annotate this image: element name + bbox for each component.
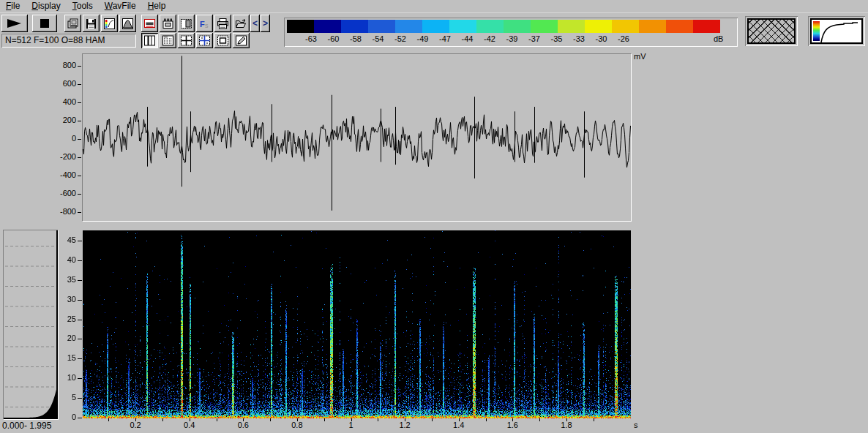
palette-scale-button[interactable] bbox=[101, 15, 118, 32]
spectrogram-x-tick-label: 1.8 bbox=[561, 421, 572, 430]
cascade-windows-button[interactable] bbox=[64, 15, 81, 32]
stop-icon bbox=[38, 17, 51, 30]
sample-rate-button[interactable]: Fs bbox=[196, 15, 213, 32]
waveform-canvas[interactable] bbox=[83, 54, 631, 221]
cascade-windows-icon bbox=[67, 18, 79, 30]
spectrogram-y-tick-label: 0 bbox=[47, 413, 76, 422]
palette-transfer-box[interactable] bbox=[808, 16, 865, 46]
spectrum-comb-button[interactable] bbox=[160, 15, 176, 32]
colorbar-segment bbox=[558, 20, 585, 33]
spectrogram-x-tick-label: 1.4 bbox=[453, 421, 464, 430]
tick-mark bbox=[324, 418, 325, 421]
next-button[interactable]: > bbox=[261, 15, 270, 32]
save-icon bbox=[85, 18, 97, 30]
colorbar-segment bbox=[341, 20, 368, 33]
spectrogram-panel bbox=[83, 230, 631, 418]
spectrogram-y-tick-label: 10 bbox=[47, 373, 76, 383]
spectrogram-x-tick-label: 1 bbox=[348, 421, 353, 430]
tick-mark bbox=[78, 194, 81, 195]
seconds-unit-label: s bbox=[634, 421, 638, 429]
menu-item-file[interactable]: File bbox=[0, 0, 26, 12]
colorbar-tick-label: -37 bbox=[528, 34, 540, 43]
tick-mark bbox=[78, 320, 82, 320]
view-quad-button[interactable] bbox=[178, 33, 195, 48]
grid-vertical-icon bbox=[143, 34, 156, 47]
tick-mark bbox=[539, 418, 540, 421]
tick-mark bbox=[217, 418, 217, 421]
scan-display-button[interactable] bbox=[141, 15, 158, 32]
tick-mark bbox=[78, 358, 82, 359]
transfer-curve-area bbox=[812, 20, 861, 42]
tick-mark bbox=[78, 176, 81, 176]
colorbar-segment bbox=[368, 20, 395, 33]
colorbar-segment bbox=[612, 20, 639, 33]
status-display: N=512 F=100 O=88 HAM bbox=[1, 34, 136, 48]
view-horizontal-grid-button[interactable] bbox=[160, 33, 176, 48]
waveform-y-tick-label: -200 bbox=[47, 152, 76, 162]
colorbar-segment bbox=[639, 20, 666, 33]
fs-icon: Fs bbox=[198, 18, 211, 30]
edit-annotations-button[interactable] bbox=[233, 33, 250, 48]
spectrogram-canvas[interactable] bbox=[83, 230, 631, 418]
play-icon bbox=[5, 17, 24, 30]
tick-mark bbox=[78, 139, 81, 140]
spectrogram-y-tick-label: 40 bbox=[47, 255, 76, 265]
grid-box-icon bbox=[217, 34, 229, 47]
menu-item-display[interactable]: Display bbox=[26, 0, 66, 12]
spectrogram-x-tick-label: 0.8 bbox=[291, 421, 302, 430]
spectrogram-x-tick-label: 0.4 bbox=[184, 421, 195, 430]
waveform-y-tick-label: 800 bbox=[47, 61, 76, 70]
spectrogram-x-tick-label: 0.2 bbox=[130, 421, 141, 430]
spectrogram-x-tick-label: 0.6 bbox=[238, 421, 249, 430]
tick-mark bbox=[486, 418, 487, 421]
tick-mark bbox=[78, 84, 81, 85]
colorbar-gradient bbox=[287, 20, 720, 33]
play-button[interactable] bbox=[1, 15, 28, 32]
tick-mark bbox=[78, 241, 82, 241]
waveform-y-tick-label: 600 bbox=[47, 79, 76, 89]
tick-mark bbox=[78, 398, 82, 399]
prev-button[interactable]: < bbox=[250, 15, 260, 32]
histogram-range-label: 0.000- 1.995 bbox=[2, 421, 51, 431]
tick-mark bbox=[108, 418, 109, 421]
menu-item-help[interactable]: Help bbox=[142, 0, 172, 12]
colorbar-tick-label: -49 bbox=[417, 34, 429, 43]
svg-text:F: F bbox=[200, 19, 205, 28]
save-button[interactable] bbox=[83, 15, 100, 32]
menu-item-wavfile[interactable]: WavFile bbox=[99, 0, 142, 12]
waveform-y-tick-label: 400 bbox=[47, 97, 76, 107]
waveform-y-tick-label: -600 bbox=[47, 189, 76, 198]
scan-display-icon bbox=[143, 18, 156, 30]
tick-mark bbox=[78, 157, 81, 158]
tick-mark bbox=[78, 121, 81, 121]
dither-button[interactable] bbox=[178, 15, 195, 32]
menu-item-tools[interactable]: Tools bbox=[67, 0, 99, 12]
waveform-y-tick-label: -800 bbox=[47, 207, 76, 217]
print-button[interactable] bbox=[214, 15, 231, 32]
crosshatch-pattern bbox=[749, 20, 794, 42]
waveform-y-tick-label: 0 bbox=[47, 134, 76, 143]
svg-text:s: s bbox=[205, 21, 209, 29]
stop-button[interactable] bbox=[32, 15, 57, 32]
window-function-button[interactable] bbox=[119, 15, 136, 32]
colorbar-tick-label: -54 bbox=[373, 34, 384, 43]
dither-icon bbox=[180, 18, 192, 30]
tick-mark bbox=[566, 418, 567, 421]
spectrogram-y-tick-label: 30 bbox=[47, 295, 76, 304]
print-icon bbox=[217, 18, 229, 30]
colorbar-panel: -63-60-58-54-52-49-47-44-42-39-37-35-33-… bbox=[284, 18, 738, 47]
colorbar-tick-label: -60 bbox=[328, 34, 340, 43]
view-waveform-grid-button[interactable] bbox=[141, 33, 158, 48]
colorbar-tick-label: -44 bbox=[462, 34, 474, 43]
open-file-button[interactable] bbox=[233, 15, 250, 32]
colorbar-tick-label: -47 bbox=[439, 34, 451, 43]
tick-mark bbox=[135, 418, 136, 421]
window-function-icon bbox=[121, 18, 134, 30]
db-unit-label: dB bbox=[714, 34, 723, 43]
hatch-pattern-box[interactable] bbox=[745, 16, 798, 46]
tick-mark bbox=[459, 418, 460, 421]
spectrogram-y-tick-label: 35 bbox=[47, 275, 76, 285]
spectrogram-app-window: FileDisplayToolsWavFileHelp Fs<> N=512 F… bbox=[0, 0, 868, 433]
view-box-button[interactable] bbox=[214, 33, 231, 48]
view-cross-button[interactable] bbox=[196, 33, 213, 48]
